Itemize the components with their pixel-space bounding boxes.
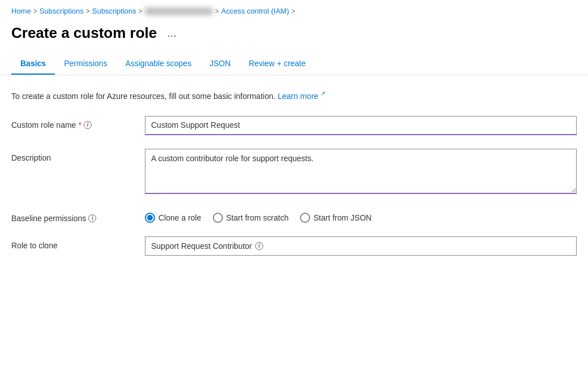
breadcrumb-sep-4: > [215, 7, 219, 15]
breadcrumb-subscription-id [145, 7, 213, 15]
custom-role-name-input[interactable] [145, 116, 577, 135]
custom-role-name-control [145, 116, 577, 135]
custom-role-name-info-icon[interactable]: i [84, 121, 92, 129]
label-text: Baseline permissions [11, 214, 86, 223]
intro-text: To create a custom role for Azure resour… [11, 89, 577, 102]
external-link-icon: ↗ [320, 90, 325, 97]
radio-start-from-json[interactable]: Start from JSON [300, 213, 372, 223]
breadcrumb-sep-5: > [291, 7, 295, 15]
radio-json-label: Start from JSON [314, 213, 372, 222]
description-label: Description [11, 149, 136, 162]
breadcrumb-subscriptions-2[interactable]: Subscriptions [92, 7, 136, 15]
intro-text-content: To create a custom role for Azure resour… [11, 92, 276, 101]
required-indicator: * [78, 120, 81, 130]
breadcrumb: Home > Subscriptions > Subscriptions > >… [0, 0, 588, 20]
role-to-clone-input-wrapper[interactable]: Support Request Contributor i [145, 236, 577, 256]
baseline-permissions-info-icon[interactable]: i [88, 214, 96, 222]
baseline-permissions-label: Baseline permissions i [11, 209, 136, 223]
tab-json[interactable]: JSON [200, 53, 239, 75]
learn-more-link[interactable]: Learn more ↗ [278, 92, 325, 101]
radio-json-indicator [300, 213, 310, 223]
breadcrumb-sep-1: > [33, 7, 37, 15]
radio-scratch-label: Start from scratch [226, 213, 289, 222]
page-header: Create a custom role ... [0, 20, 588, 53]
radio-clone-label: Clone a role [158, 213, 201, 222]
role-to-clone-row: Role to clone Support Request Contributo… [11, 236, 577, 256]
tab-assignable-scopes[interactable]: Assignable scopes [116, 53, 200, 75]
role-to-clone-info-icon[interactable]: i [255, 242, 263, 250]
label-text: Role to clone [11, 241, 58, 250]
breadcrumb-sep-2: > [86, 7, 90, 15]
custom-role-name-label: Custom role name * i [11, 116, 136, 130]
role-to-clone-control: Support Request Contributor i [145, 236, 577, 256]
tab-permissions[interactable]: Permissions [55, 53, 116, 75]
radio-scratch-indicator [213, 213, 223, 223]
label-text: Description [11, 153, 51, 162]
page-title: Create a custom role [11, 24, 157, 42]
radio-clone-a-role[interactable]: Clone a role [145, 213, 201, 223]
radio-start-from-scratch[interactable]: Start from scratch [213, 213, 289, 223]
radio-clone-indicator [145, 213, 155, 223]
description-input[interactable]: A custom contributor role for support re… [145, 149, 577, 194]
custom-role-name-row: Custom role name * i [11, 116, 577, 135]
breadcrumb-access-control[interactable]: Access control (IAM) [221, 7, 289, 15]
description-control: A custom contributor role for support re… [145, 149, 577, 196]
learn-more-label: Learn more [278, 92, 319, 101]
role-to-clone-value: Support Request Contributor [151, 242, 252, 251]
tabs-container: Basics Permissions Assignable scopes JSO… [0, 53, 588, 75]
breadcrumb-subscriptions-1[interactable]: Subscriptions [40, 7, 84, 15]
tabs: Basics Permissions Assignable scopes JSO… [11, 53, 577, 75]
content-area: To create a custom role for Azure resour… [0, 89, 588, 256]
more-options-button[interactable]: ... [164, 25, 180, 41]
role-to-clone-label: Role to clone [11, 236, 136, 250]
baseline-permissions-row: Baseline permissions i Clone a role Star… [11, 209, 577, 223]
tab-basics[interactable]: Basics [11, 53, 55, 75]
radio-group: Clone a role Start from scratch Start fr… [145, 209, 577, 223]
breadcrumb-sep-3: > [139, 7, 143, 15]
breadcrumb-home[interactable]: Home [11, 7, 31, 15]
tab-review-create[interactable]: Review + create [240, 53, 315, 75]
description-row: Description A custom contributor role fo… [11, 149, 577, 196]
label-text: Custom role name [11, 120, 76, 130]
baseline-permissions-control: Clone a role Start from scratch Start fr… [145, 209, 577, 223]
